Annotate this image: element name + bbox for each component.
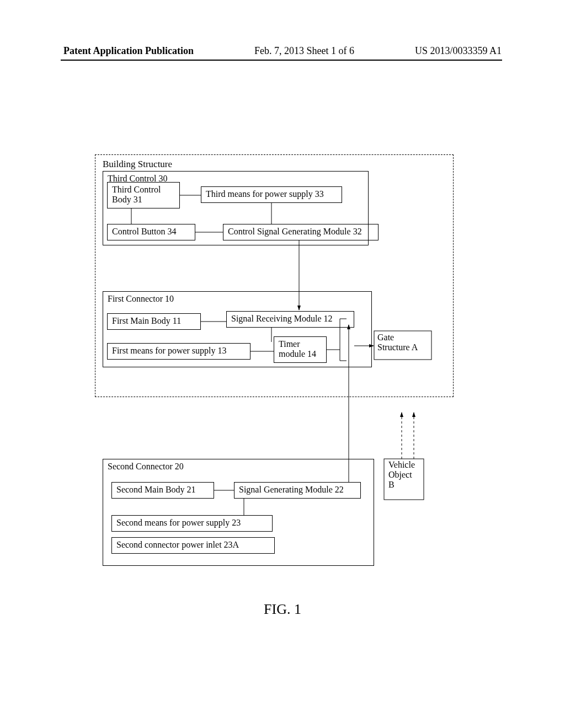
first-power-supply-label: First means for power supply 13 bbox=[108, 344, 250, 358]
gate-line1: Gate bbox=[377, 333, 394, 342]
gate-structure-box: Gate Structure A bbox=[375, 333, 431, 359]
header-left: Patent Application Publication bbox=[63, 45, 194, 57]
vehicle-line3: B bbox=[388, 480, 395, 489]
control-signal-gen-box: Control Signal Generating Module 32 bbox=[223, 224, 379, 240]
signal-receiving-box: Signal Receiving Module 12 bbox=[226, 311, 354, 328]
control-button-label: Control Button 34 bbox=[108, 224, 195, 239]
second-connector-title: Second Connector 20 bbox=[103, 459, 374, 474]
third-control-body-label: Third Control Body 31 bbox=[108, 183, 179, 207]
figure-caption: FIG. 1 bbox=[95, 601, 470, 618]
second-power-inlet-box: Second connector power inlet 23A bbox=[111, 537, 275, 554]
second-power-supply-label: Second means for power supply 23 bbox=[112, 516, 272, 530]
first-main-body-box: First Main Body 11 bbox=[107, 313, 201, 330]
third-power-supply-box: Third means for power supply 33 bbox=[201, 186, 342, 203]
second-main-body-label: Second Main Body 21 bbox=[112, 483, 214, 497]
vehicle-line1: Vehicle bbox=[388, 460, 415, 469]
third-control-body-box: Third Control Body 31 bbox=[107, 182, 180, 208]
signal-receiving-label: Signal Receiving Module 12 bbox=[227, 312, 354, 326]
vehicle-line2: Object bbox=[388, 470, 412, 479]
signal-generating-label: Signal Generating Module 22 bbox=[234, 483, 360, 497]
building-structure-label: Building Structure bbox=[103, 159, 172, 170]
timer-module-box: Timer module 14 bbox=[274, 336, 327, 363]
timer-module-label: Timer module 14 bbox=[274, 337, 326, 361]
header-right: US 2013/0033359 A1 bbox=[415, 45, 502, 57]
first-main-body-label: First Main Body 11 bbox=[108, 314, 200, 328]
control-signal-gen-label: Control Signal Generating Module 32 bbox=[223, 224, 378, 239]
page-header: Patent Application Publication Feb. 7, 2… bbox=[0, 45, 565, 57]
gate-line2: Structure A bbox=[377, 342, 418, 352]
vehicle-object-box: Vehicle Object B bbox=[386, 460, 430, 499]
third-power-supply-label: Third means for power supply 33 bbox=[201, 187, 342, 201]
signal-generating-box: Signal Generating Module 22 bbox=[234, 482, 361, 499]
header-rule bbox=[61, 60, 502, 61]
first-power-supply-box: First means for power supply 13 bbox=[107, 343, 250, 360]
first-connector-title: First Connector 10 bbox=[103, 292, 371, 306]
second-power-inlet-label: Second connector power inlet 23A bbox=[112, 538, 274, 552]
second-power-supply-box: Second means for power supply 23 bbox=[111, 515, 273, 532]
second-main-body-box: Second Main Body 21 bbox=[111, 482, 214, 499]
header-mid: Feb. 7, 2013 Sheet 1 of 6 bbox=[254, 45, 354, 57]
control-button-box: Control Button 34 bbox=[107, 224, 195, 240]
